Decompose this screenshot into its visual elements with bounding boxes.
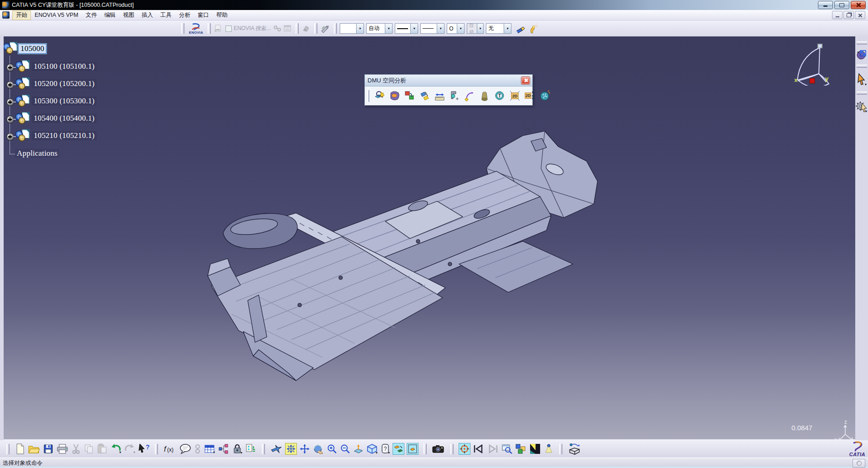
line-weight-dropdown[interactable]: ▼ xyxy=(420,23,444,34)
product-node-icon[interactable] xyxy=(16,77,31,90)
clash-icon[interactable] xyxy=(374,90,385,102)
dropdown-arrow-icon[interactable]: ▼ xyxy=(437,24,444,33)
compass-free-rotation-handle[interactable] xyxy=(810,78,815,83)
toolbar-grip[interactable] xyxy=(296,23,299,34)
wizard-brush-icon[interactable] xyxy=(527,24,539,34)
formula-icon[interactable]: f(x) xyxy=(163,443,177,454)
dmu-palette-titlebar[interactable]: DMU 空间分析 xyxy=(365,75,532,86)
line-type-dropdown[interactable]: ▼ xyxy=(395,23,418,34)
menu-edit[interactable]: 编辑 xyxy=(101,10,119,20)
layer-dropdown[interactable]: 无 ▼ xyxy=(486,23,511,34)
dropdown-arrow-icon[interactable]: ▼ xyxy=(356,24,363,33)
new-document-icon[interactable] xyxy=(15,443,26,455)
gear-select-icon[interactable]: ▾ xyxy=(856,100,868,113)
sphere-analysis-icon[interactable] xyxy=(539,90,551,102)
enovia-sync-icon[interactable] xyxy=(214,24,223,33)
maximize-button[interactable] xyxy=(834,1,849,9)
swap-visible-space-icon[interactable] xyxy=(407,443,419,455)
open-folder-icon[interactable] xyxy=(28,443,41,454)
mdi-minimize-button[interactable] xyxy=(832,11,842,19)
vpm-workbench-icon[interactable] xyxy=(856,49,868,61)
mdi-restore-button[interactable] xyxy=(843,11,854,19)
toolbar-grip[interactable] xyxy=(262,444,265,454)
close-button[interactable] xyxy=(851,1,866,9)
fit-all-icon[interactable] xyxy=(285,443,297,455)
product-node-icon[interactable] xyxy=(16,112,31,125)
dropdown-arrow-icon[interactable]: ▼ xyxy=(410,24,418,33)
publish-icon[interactable] xyxy=(301,24,311,33)
3d-viewport[interactable]: 105000 105100 (105100.1) 105200 (105200.… xyxy=(4,36,855,440)
document-icon[interactable] xyxy=(2,11,10,19)
toolbar-grip[interactable] xyxy=(857,41,867,45)
toolbar-grip[interactable] xyxy=(857,65,867,68)
toolbar-grip[interactable] xyxy=(181,23,184,34)
rewind-icon[interactable] xyxy=(473,444,485,454)
hide-show-icon[interactable] xyxy=(393,443,404,455)
tree-expander[interactable] xyxy=(6,64,14,71)
product-node-icon[interactable] xyxy=(16,60,31,73)
light-source-icon[interactable] xyxy=(543,443,554,455)
save-icon[interactable] xyxy=(43,443,54,454)
dmu-close-button[interactable] xyxy=(521,77,530,84)
check-rules-icon[interactable] xyxy=(245,443,257,455)
measure-item-icon[interactable] xyxy=(449,90,460,102)
arc-measure-icon[interactable] xyxy=(464,90,475,102)
toolbar-grip[interactable] xyxy=(314,23,317,34)
toolbar-grip[interactable] xyxy=(857,92,867,95)
menu-file[interactable]: 文件 xyxy=(82,10,101,20)
toolbar-grip[interactable] xyxy=(6,444,10,454)
tree-expander[interactable] xyxy=(6,98,14,106)
product-node-icon[interactable] xyxy=(16,95,31,107)
point-symbol-dropdown[interactable]: O ▼ xyxy=(447,23,465,34)
comment-icon[interactable] xyxy=(179,443,192,454)
menu-enovia-v5-vpm[interactable]: ENOVIA V5 VPM xyxy=(31,11,82,19)
print-icon[interactable] xyxy=(56,443,69,454)
flyout-arrow-icon[interactable]: ▾ xyxy=(240,451,242,455)
iso-view-icon[interactable]: ▾ xyxy=(366,443,378,455)
graph-tree-reorder-icon[interactable] xyxy=(515,443,527,455)
painter-brush-icon[interactable] xyxy=(516,24,527,34)
product-root-icon[interactable] xyxy=(4,42,18,55)
line-thickness-dropdown[interactable]: 自动 ▼ xyxy=(366,23,393,34)
pan-icon[interactable] xyxy=(299,443,310,454)
camera-icon[interactable] xyxy=(432,443,445,454)
product-node-icon[interactable] xyxy=(16,129,31,142)
lock-icon[interactable]: ▾ xyxy=(232,443,243,455)
normal-view-icon[interactable] xyxy=(353,443,364,455)
menu-insert[interactable]: 插入 xyxy=(138,10,157,20)
dropdown-arrow-icon[interactable]: ▼ xyxy=(457,24,464,33)
tree-node-105300[interactable]: 105300 (105300.1) xyxy=(32,97,97,106)
dropdown-arrow-icon[interactable]: ▼ xyxy=(385,24,392,33)
toolbar-grip[interactable] xyxy=(334,23,337,34)
enovia-window-icon[interactable] xyxy=(283,24,293,33)
zoom-out-icon[interactable] xyxy=(340,443,351,454)
select-cursor-icon[interactable]: ▾ xyxy=(856,73,867,86)
transfer-icon[interactable] xyxy=(320,24,331,33)
tree-node-105400[interactable]: 105400 (105400.1) xyxy=(32,114,97,123)
tree-node-105100[interactable]: 105100 (105100.1) xyxy=(32,62,97,71)
reframe-target-icon[interactable] xyxy=(459,443,470,455)
flyout-arrow-icon[interactable]: ▾ xyxy=(865,110,867,113)
2d-compare-icon[interactable]: 2D xyxy=(524,90,536,102)
flyout-arrow-icon[interactable]: ▾ xyxy=(388,451,390,455)
undo-icon[interactable]: ▾ xyxy=(110,443,122,454)
menu-view[interactable]: 视图 xyxy=(119,10,138,20)
toolbar-grip[interactable] xyxy=(559,444,562,454)
flyout-arrow-icon[interactable]: ▾ xyxy=(376,451,378,455)
rotate-icon[interactable] xyxy=(312,443,324,454)
menu-window[interactable]: 窗口 xyxy=(194,10,213,20)
compare-products-icon[interactable] xyxy=(419,90,430,102)
design-table-icon[interactable]: ▾ xyxy=(204,443,215,454)
measure-inertia-icon[interactable] xyxy=(479,90,490,102)
structure-tree-icon[interactable] xyxy=(218,443,230,455)
toolbar-grip[interactable] xyxy=(424,444,427,454)
flyout-arrow-icon[interactable]: ▾ xyxy=(213,451,215,454)
tree-node-105210[interactable]: 105210 (105210.1) xyxy=(32,131,97,140)
toolbar-grip[interactable] xyxy=(450,444,454,454)
view-compass[interactable]: x y xyxy=(792,42,832,86)
menu-analyze[interactable]: 分析 xyxy=(175,10,194,20)
dropdown-arrow-icon[interactable]: ▼ xyxy=(504,24,511,33)
enovia-link-icon[interactable] xyxy=(273,24,283,33)
2d-section-icon[interactable]: 2D xyxy=(509,90,521,102)
render-mode-icon[interactable]: ?▾ xyxy=(380,443,390,455)
